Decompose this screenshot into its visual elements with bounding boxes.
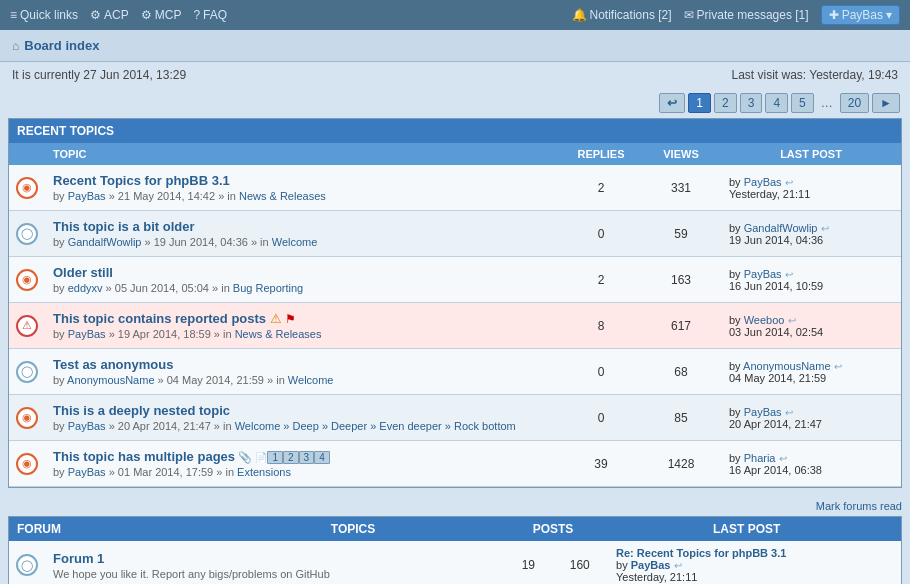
topic-author-link[interactable]: GandalfWowlip xyxy=(68,236,142,248)
views-cell: 59 xyxy=(641,211,721,257)
reported-topic-icon: ⚠ xyxy=(16,315,38,337)
topic-forum-link[interactable]: Extensions xyxy=(237,466,291,478)
last-post-author-link[interactable]: Weeboo xyxy=(744,314,785,326)
topic-icon: ◯ xyxy=(16,223,38,245)
topic-forum-link[interactable]: News & Releases xyxy=(235,328,322,340)
last-visit: Last visit was: Yesterday, 19:43 xyxy=(731,68,898,82)
mini-page-button[interactable]: 2 xyxy=(283,451,299,464)
quick-links-menu[interactable]: ≡ Quick links xyxy=(10,8,78,22)
replies-col-header: REPLIES xyxy=(561,143,641,165)
go-to-post-icon[interactable]: ↩ xyxy=(785,407,793,418)
topic-author-link[interactable]: PayBas xyxy=(68,328,106,340)
topic-title-link[interactable]: This topic has multiple pages xyxy=(53,449,235,464)
topic-info-cell: Older still by eddyxv » 05 Jun 2014, 05:… xyxy=(45,257,561,303)
faq-link[interactable]: ? FAQ xyxy=(193,8,227,22)
topic-forum-link[interactable]: Welcome xyxy=(272,236,318,248)
last-post-date: Yesterday, 21:11 xyxy=(729,188,810,200)
table-row: ◉ Recent Topics for phpBB 3.1 by PayBas … xyxy=(9,165,901,211)
topic-title-link[interactable]: Older still xyxy=(53,265,113,280)
last-post-cell: by PayBas ↩ Yesterday, 21:11 xyxy=(721,165,901,211)
mcp-link[interactable]: ⚙ MCP xyxy=(141,8,182,22)
page-4-button[interactable]: 4 xyxy=(765,93,788,113)
topic-icon: ◯ xyxy=(16,361,38,383)
mini-page-button[interactable]: 4 xyxy=(314,451,330,464)
hamburger-icon: ≡ xyxy=(10,8,17,22)
top-nav-left: ≡ Quick links ⚙ ACP ⚙ MCP ? FAQ xyxy=(10,8,227,22)
page-3-button[interactable]: 3 xyxy=(740,93,763,113)
forum-last-post-cell: Re: Recent Topics for phpBB 3.1 by PayBa… xyxy=(608,541,901,584)
go-to-post-icon[interactable]: ↩ xyxy=(821,223,829,234)
topic-title-link[interactable]: Recent Topics for phpBB 3.1 xyxy=(53,173,230,188)
views-cell: 331 xyxy=(641,165,721,211)
last-post-cell: by GandalfWowlip ↩ 19 Jun 2014, 04:36 xyxy=(721,211,901,257)
topic-info-cell: This is a deeply nested topic by PayBas … xyxy=(45,395,561,441)
forum-topics-cell: 19 xyxy=(505,541,551,584)
replies-cell: 2 xyxy=(561,257,641,303)
topic-title-link[interactable]: This topic is a bit older xyxy=(53,219,195,234)
mark-forums-read-label[interactable]: Mark forums read xyxy=(816,500,902,512)
go-to-post-icon[interactable]: ↩ xyxy=(834,361,842,372)
go-to-post-icon[interactable]: ↩ xyxy=(785,269,793,280)
board-index-link[interactable]: Board index xyxy=(24,38,99,53)
last-post-author-link[interactable]: GandalfWowlip xyxy=(744,222,818,234)
topic-author-link[interactable]: eddyxv xyxy=(68,282,103,294)
forum-posts-col: POSTS xyxy=(513,522,593,536)
forums-section: FORUM TOPICS POSTS LAST POST ◯ Forum 1 W… xyxy=(8,516,902,584)
page-2-button[interactable]: 2 xyxy=(714,93,737,113)
topic-author-link[interactable]: AnonymousName xyxy=(67,374,154,386)
acp-label: ACP xyxy=(104,8,129,22)
user-plus-icon: ✚ xyxy=(829,8,839,22)
replies-cell: 39 xyxy=(561,441,641,487)
user-menu[interactable]: ✚ PayBas ▾ xyxy=(821,5,900,25)
forum-last-date: Yesterday, 21:11 xyxy=(616,571,697,583)
acp-link[interactable]: ⚙ ACP xyxy=(90,8,129,22)
topic-author-link[interactable]: PayBas xyxy=(68,190,106,202)
topic-title-link[interactable]: This is a deeply nested topic xyxy=(53,403,230,418)
topic-title-link[interactable]: This topic contains reported posts xyxy=(53,311,266,326)
topic-meta: by AnonymousName » 04 May 2014, 21:59 » … xyxy=(53,374,553,386)
forum-last-post-link[interactable]: Re: Recent Topics for phpBB 3.1 xyxy=(616,547,786,559)
forum-last-author-link[interactable]: PayBas xyxy=(631,559,671,571)
topic-forum-link[interactable]: Welcome xyxy=(288,374,334,386)
last-post-author-link[interactable]: Pharia xyxy=(744,452,776,464)
topic-author-link[interactable]: PayBas xyxy=(68,420,106,432)
topic-status-cell: ◯ xyxy=(9,349,45,395)
mark-forums-read[interactable]: Mark forums read xyxy=(0,496,910,516)
table-header-row: TOPIC REPLIES VIEWS LAST POST xyxy=(9,143,901,165)
go-to-page-button[interactable]: ↩ xyxy=(659,93,685,113)
current-time: It is currently 27 Jun 2014, 13:29 xyxy=(12,68,186,82)
topic-author-link[interactable]: PayBas xyxy=(68,466,106,478)
topic-status-cell: ◉ xyxy=(9,441,45,487)
page-20-button[interactable]: 20 xyxy=(840,93,869,113)
topic-meta: by PayBas » 21 May 2014, 14:42 » in News… xyxy=(53,190,553,202)
topic-title-link[interactable]: Test as anonymous xyxy=(53,357,173,372)
topic-meta: by PayBas » 19 Apr 2014, 18:59 » in News… xyxy=(53,328,553,340)
mini-page-button[interactable]: 3 xyxy=(299,451,315,464)
last-post-author-link[interactable]: AnonymousName xyxy=(743,360,830,372)
mcp-icon: ⚙ xyxy=(141,8,152,22)
topic-forum-link[interactable]: Bug Reporting xyxy=(233,282,303,294)
forum-title-link[interactable]: Forum 1 xyxy=(53,551,497,566)
topic-forum-link[interactable]: News & Releases xyxy=(239,190,326,202)
go-to-post-icon[interactable]: ↩ xyxy=(779,453,787,464)
topic-forum-link[interactable]: Welcome » Deep » Deeper » Even deeper » … xyxy=(235,420,516,432)
views-cell: 68 xyxy=(641,349,721,395)
table-row: ◉ Older still by eddyxv » 05 Jun 2014, 0… xyxy=(9,257,901,303)
forums-header: FORUM TOPICS POSTS LAST POST xyxy=(9,517,901,541)
go-to-post-icon[interactable]: ↩ xyxy=(785,177,793,188)
go-to-forum-post-icon[interactable]: ↩ xyxy=(674,560,682,571)
last-post-author-link[interactable]: PayBas xyxy=(744,176,782,188)
last-post-author-link[interactable]: PayBas xyxy=(744,268,782,280)
recent-topics-table: TOPIC REPLIES VIEWS LAST POST ◉ Recent T… xyxy=(9,143,901,487)
page-ellipsis: … xyxy=(817,94,837,112)
page-5-button[interactable]: 5 xyxy=(791,93,814,113)
private-messages-link[interactable]: ✉ Private messages [1] xyxy=(684,8,809,22)
notifications-link[interactable]: 🔔 Notifications [2] xyxy=(572,8,672,22)
page-1-button[interactable]: 1 xyxy=(688,93,711,113)
mini-page-button[interactable]: 1 xyxy=(267,451,283,464)
last-post-author-link[interactable]: PayBas xyxy=(744,406,782,418)
next-page-button[interactable]: ► xyxy=(872,93,900,113)
go-to-post-icon[interactable]: ↩ xyxy=(788,315,796,326)
last-post-cell: by Weeboo ↩ 03 Jun 2014, 02:54 xyxy=(721,303,901,349)
recent-topics-section: RECENT TOPICS TOPIC REPLIES VIEWS LAST P… xyxy=(8,118,902,488)
